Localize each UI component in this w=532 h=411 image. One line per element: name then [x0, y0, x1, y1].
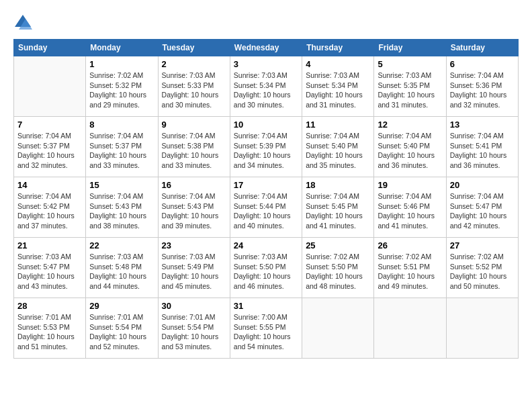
- calendar-week-4: 21Sunrise: 7:03 AM Sunset: 5:47 PM Dayli…: [14, 238, 519, 298]
- calendar-cell: 7Sunrise: 7:04 AM Sunset: 5:37 PM Daylig…: [14, 117, 86, 177]
- day-number: 25: [306, 240, 370, 250]
- calendar-cell: 31Sunrise: 7:00 AM Sunset: 5:55 PM Dayli…: [230, 298, 302, 359]
- day-info: Sunrise: 7:04 AM Sunset: 5:37 PM Dayligh…: [89, 131, 154, 171]
- day-info: Sunrise: 7:00 AM Sunset: 5:55 PM Dayligh…: [234, 312, 298, 352]
- day-number: 17: [234, 180, 298, 190]
- calendar-cell: 16Sunrise: 7:04 AM Sunset: 5:43 PM Dayli…: [158, 177, 230, 238]
- calendar-cell: 4Sunrise: 7:03 AM Sunset: 5:34 PM Daylig…: [302, 56, 374, 117]
- calendar: SundayMondayTuesdayWednesdayThursdayFrid…: [13, 39, 519, 359]
- day-info: Sunrise: 7:04 AM Sunset: 5:45 PM Dayligh…: [306, 191, 370, 231]
- day-number: 10: [234, 120, 298, 130]
- logo-icon: [13, 13, 32, 32]
- day-info: Sunrise: 7:04 AM Sunset: 5:39 PM Dayligh…: [234, 131, 298, 171]
- day-info: Sunrise: 7:04 AM Sunset: 5:42 PM Dayligh…: [17, 191, 82, 231]
- day-info: Sunrise: 7:04 AM Sunset: 5:47 PM Dayligh…: [450, 191, 515, 231]
- calendar-cell: 20Sunrise: 7:04 AM Sunset: 5:47 PM Dayli…: [446, 177, 518, 238]
- day-number: 21: [17, 240, 82, 250]
- calendar-cell: 2Sunrise: 7:03 AM Sunset: 5:33 PM Daylig…: [158, 56, 230, 117]
- day-number: 9: [162, 120, 226, 130]
- column-header-saturday: Saturday: [446, 40, 518, 56]
- day-info: Sunrise: 7:03 AM Sunset: 5:48 PM Dayligh…: [89, 252, 154, 291]
- calendar-week-2: 7Sunrise: 7:04 AM Sunset: 5:37 PM Daylig…: [14, 117, 519, 177]
- calendar-cell: 9Sunrise: 7:04 AM Sunset: 5:38 PM Daylig…: [158, 117, 230, 177]
- day-number: 30: [162, 301, 226, 311]
- header: [13, 13, 519, 32]
- day-info: Sunrise: 7:03 AM Sunset: 5:33 PM Dayligh…: [162, 71, 226, 110]
- calendar-cell: 23Sunrise: 7:03 AM Sunset: 5:49 PM Dayli…: [158, 238, 230, 298]
- day-number: 8: [89, 120, 154, 130]
- day-info: Sunrise: 7:04 AM Sunset: 5:41 PM Dayligh…: [450, 131, 515, 171]
- day-number: 3: [234, 59, 298, 69]
- day-number: 2: [162, 59, 226, 69]
- day-number: 4: [306, 59, 370, 69]
- day-number: 7: [17, 120, 82, 130]
- day-info: Sunrise: 7:04 AM Sunset: 5:44 PM Dayligh…: [234, 191, 298, 231]
- day-number: 20: [450, 180, 515, 190]
- calendar-cell: 19Sunrise: 7:04 AM Sunset: 5:46 PM Dayli…: [374, 177, 446, 238]
- calendar-cell: 30Sunrise: 7:01 AM Sunset: 5:54 PM Dayli…: [158, 298, 230, 359]
- calendar-cell: [302, 298, 374, 359]
- day-number: 11: [306, 120, 370, 130]
- calendar-cell: [374, 298, 446, 359]
- day-number: 15: [89, 180, 154, 190]
- day-info: Sunrise: 7:04 AM Sunset: 5:36 PM Dayligh…: [450, 71, 515, 110]
- calendar-cell: 14Sunrise: 7:04 AM Sunset: 5:42 PM Dayli…: [14, 177, 86, 238]
- column-header-thursday: Thursday: [302, 40, 374, 56]
- column-header-wednesday: Wednesday: [230, 40, 302, 56]
- day-info: Sunrise: 7:04 AM Sunset: 5:46 PM Dayligh…: [378, 191, 442, 231]
- calendar-cell: 29Sunrise: 7:01 AM Sunset: 5:54 PM Dayli…: [86, 298, 158, 359]
- day-info: Sunrise: 7:04 AM Sunset: 5:37 PM Dayligh…: [17, 131, 82, 171]
- day-info: Sunrise: 7:03 AM Sunset: 5:35 PM Dayligh…: [378, 71, 442, 110]
- day-number: 23: [162, 240, 226, 250]
- calendar-cell: 21Sunrise: 7:03 AM Sunset: 5:47 PM Dayli…: [14, 238, 86, 298]
- calendar-cell: 27Sunrise: 7:02 AM Sunset: 5:52 PM Dayli…: [446, 238, 518, 298]
- calendar-cell: 13Sunrise: 7:04 AM Sunset: 5:41 PM Dayli…: [446, 117, 518, 177]
- day-info: Sunrise: 7:03 AM Sunset: 5:47 PM Dayligh…: [17, 252, 82, 291]
- day-number: 19: [378, 180, 442, 190]
- calendar-cell: 15Sunrise: 7:04 AM Sunset: 5:43 PM Dayli…: [86, 177, 158, 238]
- calendar-cell: [446, 298, 518, 359]
- day-number: 12: [378, 120, 442, 130]
- day-number: 27: [450, 240, 515, 250]
- day-info: Sunrise: 7:04 AM Sunset: 5:40 PM Dayligh…: [378, 131, 442, 171]
- column-header-friday: Friday: [374, 40, 446, 56]
- day-info: Sunrise: 7:03 AM Sunset: 5:49 PM Dayligh…: [162, 252, 226, 291]
- day-info: Sunrise: 7:02 AM Sunset: 5:50 PM Dayligh…: [306, 252, 370, 291]
- calendar-cell: 22Sunrise: 7:03 AM Sunset: 5:48 PM Dayli…: [86, 238, 158, 298]
- column-header-monday: Monday: [86, 40, 158, 56]
- calendar-cell: 3Sunrise: 7:03 AM Sunset: 5:34 PM Daylig…: [230, 56, 302, 117]
- day-number: 31: [234, 301, 298, 311]
- day-info: Sunrise: 7:04 AM Sunset: 5:43 PM Dayligh…: [89, 191, 154, 231]
- day-number: 1: [89, 59, 154, 69]
- day-info: Sunrise: 7:04 AM Sunset: 5:40 PM Dayligh…: [306, 131, 370, 171]
- calendar-cell: 1Sunrise: 7:02 AM Sunset: 5:32 PM Daylig…: [86, 56, 158, 117]
- calendar-cell: 26Sunrise: 7:02 AM Sunset: 5:51 PM Dayli…: [374, 238, 446, 298]
- day-info: Sunrise: 7:02 AM Sunset: 5:32 PM Dayligh…: [89, 71, 154, 110]
- day-number: 5: [378, 59, 442, 69]
- day-number: 14: [17, 180, 82, 190]
- day-number: 24: [234, 240, 298, 250]
- calendar-week-5: 28Sunrise: 7:01 AM Sunset: 5:53 PM Dayli…: [14, 298, 519, 359]
- calendar-cell: 12Sunrise: 7:04 AM Sunset: 5:40 PM Dayli…: [374, 117, 446, 177]
- day-info: Sunrise: 7:02 AM Sunset: 5:52 PM Dayligh…: [450, 252, 515, 291]
- calendar-cell: 28Sunrise: 7:01 AM Sunset: 5:53 PM Dayli…: [14, 298, 86, 359]
- calendar-week-3: 14Sunrise: 7:04 AM Sunset: 5:42 PM Dayli…: [14, 177, 519, 238]
- day-info: Sunrise: 7:02 AM Sunset: 5:51 PM Dayligh…: [378, 252, 442, 291]
- calendar-cell: 8Sunrise: 7:04 AM Sunset: 5:37 PM Daylig…: [86, 117, 158, 177]
- column-header-sunday: Sunday: [14, 40, 86, 56]
- day-number: 22: [89, 240, 154, 250]
- day-info: Sunrise: 7:01 AM Sunset: 5:54 PM Dayligh…: [162, 312, 226, 352]
- day-info: Sunrise: 7:03 AM Sunset: 5:34 PM Dayligh…: [306, 71, 370, 110]
- calendar-cell: 5Sunrise: 7:03 AM Sunset: 5:35 PM Daylig…: [374, 56, 446, 117]
- column-header-tuesday: Tuesday: [158, 40, 230, 56]
- calendar-cell: 6Sunrise: 7:04 AM Sunset: 5:36 PM Daylig…: [446, 56, 518, 117]
- calendar-cell: 17Sunrise: 7:04 AM Sunset: 5:44 PM Dayli…: [230, 177, 302, 238]
- calendar-cell: [14, 56, 86, 117]
- day-number: 18: [306, 180, 370, 190]
- day-info: Sunrise: 7:01 AM Sunset: 5:53 PM Dayligh…: [17, 312, 82, 352]
- calendar-cell: 11Sunrise: 7:04 AM Sunset: 5:40 PM Dayli…: [302, 117, 374, 177]
- day-number: 28: [17, 301, 82, 311]
- logo: [13, 13, 35, 32]
- day-number: 13: [450, 120, 515, 130]
- calendar-header-row: SundayMondayTuesdayWednesdayThursdayFrid…: [14, 40, 519, 56]
